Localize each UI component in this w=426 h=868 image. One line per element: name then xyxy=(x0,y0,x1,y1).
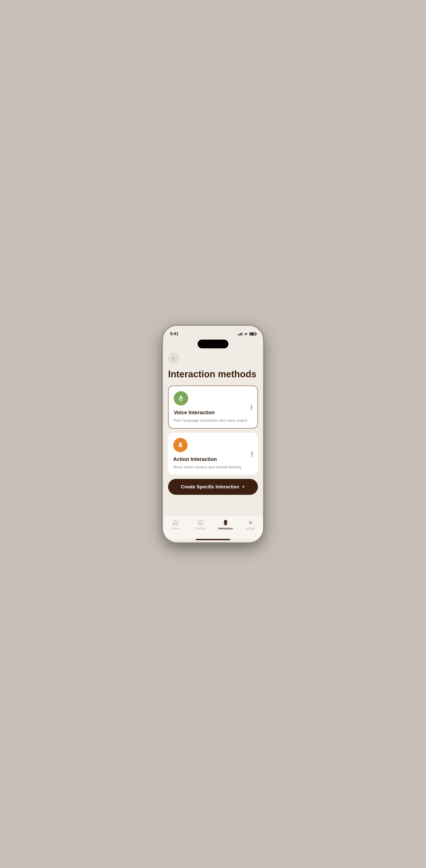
interaction-icon xyxy=(222,519,229,526)
voice-interaction-card[interactable]: Voice Interaction Pets' language transla… xyxy=(168,385,258,429)
voice-card-desc: Pets' language translation and voice out… xyxy=(174,417,252,423)
status-icons xyxy=(238,333,256,336)
svg-point-14 xyxy=(251,521,252,522)
action-card-icon xyxy=(173,438,188,452)
mypet-icon xyxy=(247,519,254,526)
back-button[interactable]: ‹ xyxy=(168,352,179,364)
svg-point-5 xyxy=(198,520,203,525)
emotion-icon xyxy=(197,519,204,526)
main-content: ‹ Interaction methods Voice Interaction … xyxy=(163,348,263,516)
nav-label-emotion: Emotion xyxy=(195,527,206,530)
svg-point-12 xyxy=(225,520,226,521)
nav-bottom-wrap: Home Emotion xyxy=(163,516,263,542)
dynamic-island xyxy=(197,340,229,348)
page-title: Interaction methods xyxy=(168,369,258,379)
svg-rect-0 xyxy=(180,396,182,399)
voice-card-icon xyxy=(174,391,188,406)
nav-item-home[interactable]: Home xyxy=(166,519,184,530)
create-button-label: Create Specific Interaction xyxy=(181,484,239,490)
action-icon xyxy=(177,442,184,448)
svg-point-7 xyxy=(201,522,202,522)
battery-icon xyxy=(249,333,256,336)
back-chevron-icon: ‹ xyxy=(173,355,174,361)
svg-point-6 xyxy=(200,522,200,522)
nav-label-mypet: My pet xyxy=(246,527,255,530)
svg-point-17 xyxy=(252,522,252,523)
svg-point-16 xyxy=(249,522,249,523)
status-bar: 9:41 xyxy=(163,326,263,339)
action-interaction-card[interactable]: Action Interaction Move smart camera and… xyxy=(168,433,258,475)
svg-point-15 xyxy=(249,522,252,524)
phone-frame: 9:41 ‹ xyxy=(163,326,263,542)
signal-icon xyxy=(238,333,242,336)
action-card-chevron-icon: ) xyxy=(251,451,253,457)
status-time: 9:41 xyxy=(170,332,178,336)
svg-point-13 xyxy=(249,521,250,522)
nav-label-interaction: Interaction xyxy=(218,527,233,530)
voice-card-chevron-icon: ) xyxy=(250,404,252,410)
bottom-nav: Home Emotion xyxy=(163,516,263,539)
screen: 9:41 ‹ xyxy=(163,326,263,542)
voice-card-title: Voice Interaction xyxy=(174,410,252,415)
nav-item-emotion[interactable]: Emotion xyxy=(191,519,209,530)
home-icon xyxy=(172,519,179,526)
wifi-icon xyxy=(244,333,248,336)
home-indicator xyxy=(196,539,230,540)
create-interaction-button[interactable]: Create Specific Interaction + xyxy=(168,479,258,495)
action-card-desc: Move smart camera and remote feeding xyxy=(173,464,253,470)
nav-item-interaction[interactable]: Interaction xyxy=(217,519,235,530)
mic-icon xyxy=(178,395,184,402)
svg-point-3 xyxy=(180,443,181,445)
nav-label-home: Home xyxy=(172,527,179,530)
action-card-title: Action Interaction xyxy=(173,456,253,462)
svg-rect-11 xyxy=(225,523,226,524)
create-button-plus-icon: + xyxy=(242,484,245,490)
nav-item-mypet[interactable]: My pet xyxy=(242,519,260,530)
